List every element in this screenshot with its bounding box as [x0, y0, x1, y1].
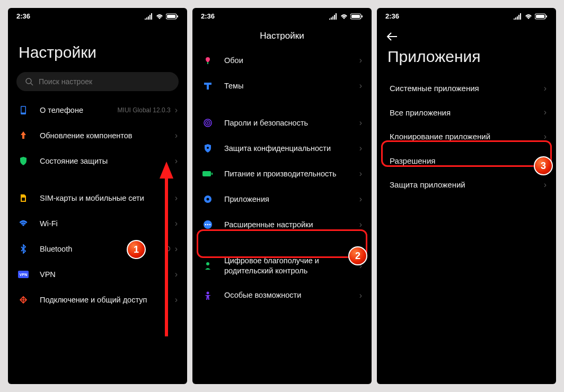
row-system-apps[interactable]: Системные приложения › [377, 76, 556, 101]
wifi-icon [155, 13, 164, 20]
page-title: Настройки [192, 22, 372, 48]
svg-rect-33 [536, 15, 544, 18]
row-permissions[interactable]: Разрешения › [377, 149, 556, 173]
wifi-icon [340, 13, 348, 20]
svg-rect-17 [207, 85, 209, 90]
row-sharing[interactable]: Подключение и общий доступ › [8, 287, 187, 313]
row-privacy[interactable]: Защита конфиденциальности › [192, 136, 372, 161]
row-label: Состояние защиты [40, 156, 175, 166]
chevron-right-icon: › [175, 193, 178, 203]
row-label: Клонирование приложений [390, 131, 544, 142]
back-button[interactable] [377, 22, 556, 43]
sim-icon [17, 192, 29, 204]
chevron-right-icon: › [359, 169, 362, 179]
svg-rect-16 [204, 83, 212, 85]
row-label: Защита конфиденциальности [224, 144, 359, 154]
row-apps[interactable]: Приложения › [192, 186, 372, 212]
svg-point-30 [206, 262, 209, 265]
battery-icon [166, 13, 179, 20]
chevron-right-icon: › [359, 81, 362, 91]
status-bar: 2:36 [377, 8, 556, 22]
phone-screen-1: 2:36 Настройки Поиск настроек О телефоне… [8, 8, 187, 384]
signal-icon [329, 13, 338, 20]
chevron-right-icon: › [544, 180, 547, 190]
section-gap [192, 99, 372, 110]
search-input[interactable]: Поиск настроек [16, 72, 179, 91]
status-time: 2:36 [201, 12, 215, 20]
row-subtext: MIUI Global 12.0.3 [118, 106, 171, 114]
chevron-right-icon: › [175, 131, 178, 140]
battery-icon [350, 13, 363, 20]
row-label: Защита приложений [390, 180, 544, 190]
row-label: Системные приложения [390, 83, 544, 94]
row-wifi[interactable]: Wi-Fi › [8, 211, 187, 236]
status-icons [329, 13, 363, 20]
row-label: Все приложения [390, 108, 544, 118]
row-all-apps[interactable]: Все приложения › [377, 101, 556, 125]
chevron-right-icon: › [175, 295, 178, 305]
svg-rect-7 [22, 198, 25, 201]
row-label: Wi-Fi [40, 219, 175, 229]
row-advanced[interactable]: Расширенные настройки › [192, 212, 372, 237]
row-wallpaper[interactable]: Обои › [192, 48, 372, 73]
chevron-right-icon: › [359, 291, 362, 300]
phone-icon [17, 104, 29, 116]
gear-icon [202, 193, 214, 205]
row-vpn[interactable]: VPN VPN › [8, 262, 187, 287]
chevron-right-icon: › [544, 132, 547, 141]
row-label: Темы [224, 81, 359, 91]
row-label: Обои [224, 56, 359, 66]
row-label: Особые возможности [224, 290, 359, 300]
row-clone-apps[interactable]: Клонирование приложений › [377, 124, 556, 149]
row-bluetooth[interactable]: Bluetooth O › [8, 236, 187, 262]
chevron-right-icon: › [359, 118, 362, 128]
page-title: Настройки [8, 22, 187, 68]
row-label: Расширенные настройки [224, 220, 359, 230]
row-about-phone[interactable]: О телефоне MIUI Global 12.0.3 › [8, 97, 187, 123]
row-label: Bluetooth [40, 244, 165, 254]
row-security-state[interactable]: Состояние защиты › [8, 148, 187, 174]
chevron-right-icon: › [544, 84, 547, 93]
row-wellbeing[interactable]: Цифровое благополучие и родительский кон… [192, 249, 372, 283]
themes-icon [202, 80, 214, 92]
status-time: 2:36 [16, 12, 30, 20]
status-icons [145, 13, 179, 20]
row-label: О телефоне [40, 105, 118, 115]
wellbeing-icon [202, 260, 214, 272]
settings-list: О телефоне MIUI Global 12.0.3 › Обновлен… [8, 97, 187, 384]
status-bar: 2:36 [8, 8, 187, 22]
row-app-lock[interactable]: Защита приложений › [377, 173, 556, 197]
svg-point-27 [205, 224, 207, 226]
row-passwords[interactable]: Пароли и безопасность › [192, 110, 372, 136]
shield-icon [17, 155, 29, 167]
status-bar: 2:36 [192, 8, 372, 22]
chevron-right-icon: › [359, 194, 362, 204]
row-updates[interactable]: Обновление компонентов › [8, 123, 187, 148]
row-battery[interactable]: Питание и производительность › [192, 161, 372, 186]
row-accessibility[interactable]: Особые возможности › [192, 283, 372, 308]
svg-rect-2 [177, 15, 178, 17]
svg-point-25 [207, 198, 209, 201]
row-label: Питание и производительность [224, 169, 359, 179]
more-icon [202, 219, 214, 230]
svg-point-28 [207, 224, 209, 226]
row-subtext: O [165, 245, 170, 253]
accessibility-icon [202, 290, 214, 301]
section-gap [8, 174, 187, 185]
arrow-left-icon [386, 32, 398, 41]
row-label: Обновление компонентов [40, 131, 175, 141]
share-icon [17, 294, 29, 306]
row-themes[interactable]: Темы › [192, 73, 372, 99]
step-badge-3: 3 [534, 156, 553, 175]
svg-point-20 [207, 122, 209, 124]
chevron-right-icon: › [175, 105, 178, 115]
row-label: SIM-карты и мобильные сети [40, 193, 175, 203]
svg-text:VPN: VPN [20, 273, 27, 277]
wifi-icon [524, 13, 533, 20]
apps-list: Системные приложения › Все приложения › … [377, 76, 556, 384]
chevron-right-icon: › [175, 244, 178, 254]
svg-rect-13 [351, 15, 360, 18]
row-sim[interactable]: SIM-карты и мобильные сети › [8, 185, 187, 211]
signal-icon [145, 13, 153, 20]
phone-screen-2: 2:36 Настройки Обои › Темы › Пароли и бе… [192, 8, 372, 384]
